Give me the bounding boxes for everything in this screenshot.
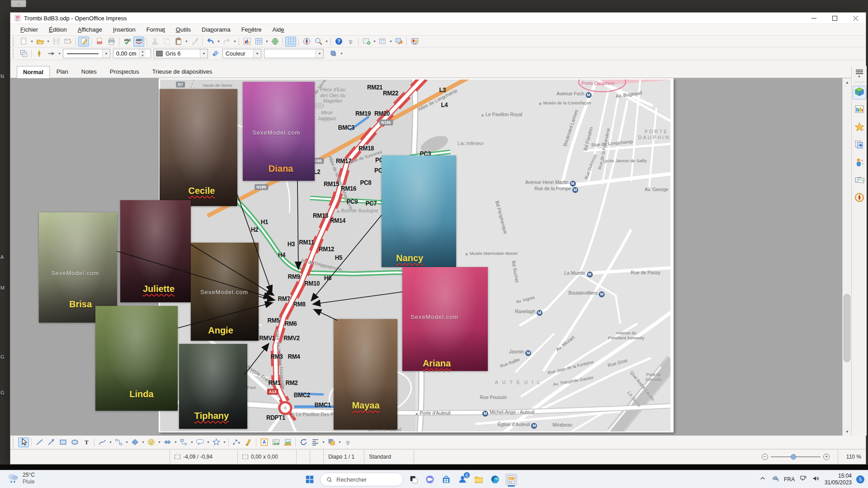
alignment-button[interactable] [310, 437, 321, 447]
dropdown-caret[interactable]: ▾ [217, 39, 221, 43]
menu-insertion[interactable]: Insertion [108, 24, 141, 35]
text-box-button[interactable]: T [81, 437, 92, 447]
photo-nancy[interactable] [382, 155, 456, 267]
tab-plan[interactable]: Plan [50, 66, 75, 78]
paste-button[interactable] [173, 37, 184, 47]
road-marker[interactable]: BMC2 [294, 391, 310, 399]
road-marker[interactable]: RM17 [336, 157, 351, 164]
scrollbar-thumb[interactable] [844, 294, 850, 362]
line-color-combo[interactable]: Gris 6 ▾ [154, 49, 208, 58]
road-marker[interactable]: RMV2 [283, 334, 300, 342]
fill-style-combo[interactable]: Couleur ▾ [222, 49, 261, 58]
dropdown-caret[interactable]: ▾ [206, 440, 210, 444]
slide-canvas[interactable]: RM21RM22RM19RM20BMC3RM18RM17RM15RM16L2L3… [10, 78, 842, 436]
toolbar-grip[interactable] [13, 437, 16, 447]
fill-style-value[interactable]: Couleur [223, 51, 253, 57]
name-label-nancy[interactable]: Nancy [396, 253, 423, 263]
road-marker[interactable]: BMC3 [338, 123, 354, 131]
chevron-down-icon[interactable]: ▾ [102, 49, 110, 58]
print-button[interactable] [106, 37, 117, 47]
fontwork-button[interactable]: A [259, 437, 269, 447]
road-marker[interactable]: PC8 [360, 178, 372, 186]
dropdown-caret[interactable]: ▾ [57, 52, 61, 56]
new-document-button[interactable] [18, 37, 29, 47]
dropdown-caret[interactable]: ▾ [184, 39, 189, 43]
slide-design-button[interactable] [393, 37, 404, 47]
glue-points-button[interactable] [243, 437, 254, 447]
search-input[interactable]: Rechercher [320, 473, 403, 486]
undo-button[interactable] [205, 37, 216, 47]
road-marker[interactable]: RDPT1 [266, 413, 285, 421]
road-marker[interactable]: BMC1 [315, 401, 331, 408]
sidebar-animation-effects-button[interactable] [853, 156, 866, 170]
dropdown-caret[interactable]: ▾ [141, 440, 145, 444]
scroll-up-icon[interactable]: ▲ [843, 78, 852, 86]
menu-aide[interactable]: Aide [267, 24, 289, 35]
road-marker[interactable]: RM21 [367, 83, 382, 91]
name-label-mayaa[interactable]: Mayaa [352, 400, 379, 411]
dropdown-caret[interactable]: ▾ [321, 440, 326, 444]
menu-fenetre[interactable]: Fenêtre [236, 24, 267, 35]
road-marker[interactable]: RM1 [268, 379, 280, 386]
dropdown-caret[interactable]: ▾ [325, 39, 329, 43]
zoom-percent[interactable]: 110 % [838, 450, 866, 464]
chevron-down-icon[interactable]: ▾ [316, 49, 323, 58]
impress-taskbar-button[interactable] [505, 474, 517, 485]
arrange-button[interactable] [326, 437, 337, 447]
clock[interactable]: 15:0431/05/2023 [825, 473, 852, 486]
fill-color-bucket-button[interactable] [210, 49, 221, 59]
dropdown-caret[interactable]: ▾ [30, 39, 34, 43]
open-button[interactable] [34, 37, 45, 47]
block-arrows-button[interactable] [162, 437, 173, 447]
line-style-pen-button[interactable] [34, 49, 45, 59]
name-label-brisa[interactable]: Brisa [69, 299, 92, 310]
close-button[interactable] [845, 13, 866, 23]
road-marker[interactable]: RM18 [359, 144, 374, 152]
dropdown-caret[interactable]: ▾ [338, 440, 342, 444]
dropdown-caret[interactable]: ▾ [157, 440, 161, 444]
menu-fichier[interactable]: Fichier [15, 24, 43, 35]
arrow-line-button[interactable] [46, 437, 57, 447]
toolbar-overflow-caret[interactable]: ▾ [340, 52, 344, 56]
name-label-diana[interactable]: Diana [269, 164, 293, 174]
road-marker[interactable]: RM6 [284, 319, 297, 327]
chevron-down-icon[interactable]: ▾ [200, 49, 208, 58]
notification-badge[interactable]: 5 [856, 475, 864, 483]
tray-chevron-icon[interactable] [759, 474, 767, 484]
weather-widget[interactable]: 25°CPluie [6, 472, 35, 485]
road-marker[interactable]: RM4 [288, 352, 300, 360]
road-marker[interactable]: RM9 [288, 272, 300, 280]
task-view-button[interactable] [408, 474, 420, 485]
zoom-slider-knob[interactable] [791, 454, 796, 460]
basic-shapes-button[interactable] [129, 437, 140, 447]
toolbar-overflow-button[interactable] [342, 437, 353, 447]
ellipse-button[interactable] [69, 437, 80, 447]
network-icon[interactable] [799, 474, 807, 484]
road-marker[interactable]: RM20 [374, 109, 390, 117]
hyperlink-button[interactable] [269, 37, 280, 47]
arrow-style-button[interactable] [46, 49, 57, 59]
dropdown-caret[interactable]: ▾ [373, 39, 377, 43]
from-file-button[interactable] [270, 437, 281, 447]
callouts-button[interactable] [194, 437, 205, 447]
tab-normal[interactable]: Normal [17, 66, 50, 78]
toolbar-grip[interactable] [13, 49, 16, 59]
fill-color-combo[interactable]: ▾ [264, 49, 324, 58]
road-marker[interactable]: H1 [261, 218, 268, 225]
road-marker[interactable]: RM16 [341, 184, 356, 192]
road-marker[interactable]: H4 [278, 251, 285, 258]
zoom-in-button[interactable]: + [823, 454, 830, 460]
shadow-button[interactable] [328, 49, 339, 59]
new-slide-button[interactable] [361, 37, 372, 47]
name-label-cecile[interactable]: Cecile [189, 186, 215, 196]
auto-spellcheck-button[interactable]: ABC [133, 37, 144, 47]
sidebar-slide-transition-button[interactable] [853, 139, 866, 152]
select-button[interactable] [18, 437, 29, 447]
onedrive-icon[interactable] [771, 474, 779, 484]
menu-edition[interactable]: Édition [43, 24, 72, 35]
menu-affichage[interactable]: Affichage [72, 24, 108, 35]
slide-layout-button[interactable] [377, 37, 388, 47]
gallery-button[interactable] [282, 437, 293, 447]
road-marker[interactable]: H5 [335, 253, 342, 261]
menu-outils[interactable]: Outils [170, 24, 196, 35]
